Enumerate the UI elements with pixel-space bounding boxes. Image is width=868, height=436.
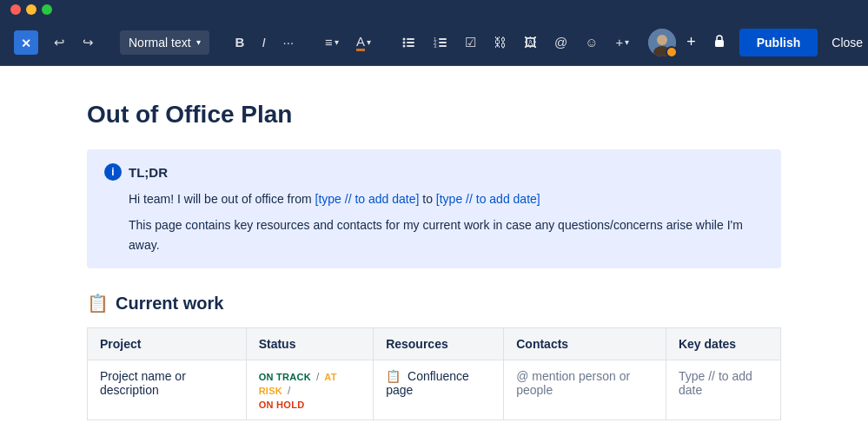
col-resources: Resources [374, 328, 504, 360]
avatar-badge [666, 46, 678, 58]
bullet-list-button[interactable] [397, 32, 421, 53]
date-placeholder-2[interactable]: [type // to add date] [436, 192, 540, 206]
align-button[interactable]: ≡▾ [320, 31, 344, 53]
lock-button[interactable] [706, 30, 732, 56]
svg-point-15 [657, 35, 667, 45]
content-area: Out of Office Plan i TL;DR Hi team! I wi… [0, 66, 868, 436]
svg-text:✕: ✕ [21, 36, 31, 50]
svg-rect-7 [407, 45, 414, 47]
chevron-down-icon: ▾ [196, 37, 201, 47]
table-header: Project Status Resources Contacts Key da… [88, 328, 781, 360]
svg-rect-9 [439, 38, 447, 40]
col-contacts: Contacts [504, 328, 666, 360]
chevron-down-icon: ▾ [335, 37, 339, 47]
titlebar [0, 0, 868, 19]
close-button[interactable]: Close [825, 30, 868, 55]
cell-key-dates: Type // to add date [666, 360, 780, 420]
minimize-dot[interactable] [26, 4, 36, 15]
close-dot[interactable] [10, 4, 21, 15]
tldr-header: i TL;DR [104, 163, 764, 181]
resources-icon: 📋 [386, 369, 401, 383]
tldr-title: TL;DR [129, 165, 168, 180]
svg-point-2 [402, 37, 405, 40]
svg-point-6 [402, 44, 405, 47]
chevron-down-icon: ▾ [367, 37, 371, 47]
status-sep-2: / [288, 385, 290, 397]
svg-rect-5 [407, 42, 414, 43]
italic-button[interactable]: I [256, 31, 270, 53]
svg-rect-13 [439, 45, 447, 47]
cell-contacts: @ mention person or people [504, 360, 666, 420]
add-collaborator-button[interactable]: + [683, 30, 699, 55]
tldr-line1: Hi team! I will be out of office from [t… [129, 189, 764, 208]
status-on-track: ON TRACK [259, 372, 311, 382]
tldr-box: i TL;DR Hi team! I will be out of office… [87, 149, 781, 268]
tldr-line2: This page contains key resources and con… [129, 215, 764, 254]
table-body: Project name or description ON TRACK / A… [88, 360, 781, 420]
col-project: Project [88, 328, 247, 360]
current-work-title: 📋 Current work [87, 293, 781, 314]
info-icon: i [104, 163, 122, 181]
svg-rect-3 [407, 38, 414, 40]
publish-button[interactable]: Publish [739, 29, 818, 56]
link-button[interactable]: ⛓ [488, 31, 512, 53]
col-key-dates: Key dates [666, 328, 780, 360]
task-button[interactable]: ☑ [460, 31, 481, 54]
svg-text:3.: 3. [434, 43, 438, 49]
emoji-button[interactable]: ☺ [580, 31, 603, 53]
cell-status: ON TRACK / AT RISK / ON HOLD [246, 360, 374, 420]
redo-button[interactable]: ↪ [77, 31, 99, 54]
current-work-icon: 📋 [87, 293, 109, 314]
numbered-list-button[interactable]: 1.2.3. [428, 32, 453, 53]
table-row: Project name or description ON TRACK / A… [88, 360, 781, 420]
undo-button[interactable]: ↩ [49, 31, 70, 54]
svg-rect-11 [439, 42, 447, 43]
insert-plus-button[interactable]: +▾ [610, 31, 634, 53]
status-sep-1: / [316, 371, 319, 383]
app-logo[interactable]: ✕ [14, 30, 38, 55]
color-button[interactable]: A ▾ [351, 30, 376, 55]
color-icon: A [356, 34, 365, 51]
toolbar: ✕ ↩ ↪ Normal text ▾ B I ··· ≡▾ A ▾ 1.2.3… [0, 19, 868, 66]
cell-project: Project name or description [88, 360, 247, 420]
image-button[interactable]: 🖼 [519, 31, 542, 53]
mention-button[interactable]: @ [549, 31, 573, 53]
date-placeholder-1[interactable]: [type // to add date] [315, 192, 420, 206]
col-status: Status [246, 328, 374, 360]
maximize-dot[interactable] [42, 4, 52, 15]
current-work-section: 📋 Current work Project Status Resources … [87, 293, 781, 420]
text-style-label: Normal text [129, 36, 191, 50]
more-text-button[interactable]: ··· [278, 31, 300, 53]
avatar-container [648, 29, 676, 56]
bold-button[interactable]: B [230, 31, 250, 53]
chevron-down-icon: ▾ [625, 37, 629, 47]
text-style-dropdown[interactable]: Normal text ▾ [120, 30, 209, 55]
svg-point-4 [402, 41, 405, 43]
work-table: Project Status Resources Contacts Key da… [87, 327, 781, 420]
page-title: Out of Office Plan [87, 101, 781, 129]
cell-resources: 📋 Confluence page [374, 360, 504, 420]
svg-rect-17 [715, 40, 724, 47]
status-on-hold: ON HOLD [259, 400, 305, 410]
